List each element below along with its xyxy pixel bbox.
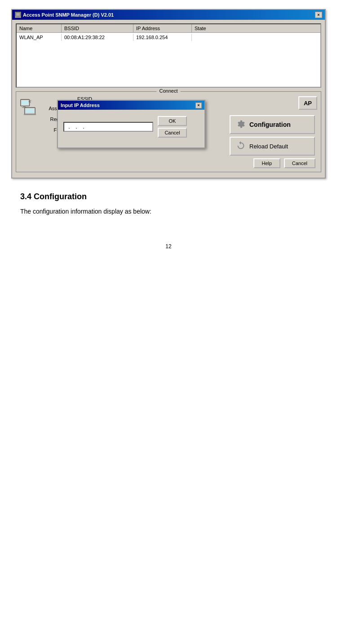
svg-rect-8 — [26, 108, 35, 113]
buttons-col: AP Configuration — [230, 96, 317, 156]
connect-legend: Connect — [157, 88, 181, 94]
section-body: The configuration information display as… — [20, 207, 317, 216]
svg-rect-4 — [23, 106, 25, 107]
col-bssid: BSSID — [62, 24, 133, 32]
cell-ip: 192.168.0.254 — [133, 34, 192, 41]
col-name: Name — [17, 24, 62, 32]
svg-rect-0 — [16, 13, 20, 16]
config-label: Configuration — [249, 121, 291, 128]
app-icon — [15, 12, 21, 18]
configuration-button[interactable]: Configuration — [230, 115, 315, 134]
modal-content: OK Cancel — [58, 110, 204, 148]
col-state: State — [192, 24, 320, 32]
close-button[interactable]: × — [315, 12, 322, 18]
reload-default-button[interactable]: Reload Default — [230, 137, 315, 156]
input-ip-dialog: Input IP Address × OK Cancel — [57, 100, 205, 148]
title-bar: Access Point SNMP Manager (D) V2.01 × — [12, 10, 325, 20]
network-icon: ((· — [20, 96, 40, 118]
modal-buttons: OK Cancel — [158, 116, 187, 138]
ap-button[interactable]: AP — [298, 96, 317, 110]
modal-cancel-button[interactable]: Cancel — [158, 128, 187, 138]
config-icon — [236, 119, 246, 130]
table-body: WLAN_AP 00:08:A1:29:38:22 192.168.0.254 — [17, 33, 320, 87]
col-ip: IP Address — [133, 24, 192, 32]
table-header: Name BSSID IP Address State — [17, 24, 320, 33]
cell-name: WLAN_AP — [17, 34, 62, 41]
reload-icon — [236, 141, 246, 152]
cell-state — [192, 34, 320, 41]
modal-title: Input IP Address — [61, 103, 100, 108]
cancel-button[interactable]: Cancel — [284, 158, 315, 168]
page-number: 12 — [9, 243, 328, 259]
svg-rect-3 — [22, 100, 29, 105]
svg-rect-9 — [24, 114, 36, 115]
svg-text:((·: ((· — [29, 99, 32, 103]
app-content: Name BSSID IP Address State WLAN_AP 00:0… — [12, 20, 325, 178]
reload-default-label: Reload Default — [249, 143, 288, 150]
window-title: Access Point SNMP Manager (D) V2.01 — [23, 12, 114, 18]
ip-address-input[interactable] — [63, 122, 153, 132]
page: Access Point SNMP Manager (D) V2.01 × Na… — [0, 0, 337, 644]
table-area: Name BSSID IP Address State WLAN_AP 00:0… — [16, 23, 321, 88]
help-button[interactable]: Help — [253, 158, 280, 168]
svg-rect-1 — [17, 16, 19, 17]
ip-input-row: OK Cancel — [63, 116, 199, 138]
table-row[interactable]: WLAN_AP 00:08:A1:29:38:22 192.168.0.254 — [17, 33, 320, 42]
title-bar-left: Access Point SNMP Manager (D) V2.01 — [15, 12, 114, 18]
modal-close-button[interactable]: × — [195, 103, 202, 108]
modal-ok-button[interactable]: OK — [158, 116, 187, 126]
modal-title-bar: Input IP Address × — [58, 101, 204, 110]
doc-section: 3.4 Configuration The configuration info… — [9, 179, 328, 225]
cell-bssid: 00:08:A1:29:38:22 — [62, 34, 133, 41]
bottom-buttons: Help Cancel — [20, 158, 317, 168]
app-window: Access Point SNMP Manager (D) V2.01 × Na… — [11, 9, 326, 179]
section-heading: 3.4 Configuration — [20, 192, 317, 201]
